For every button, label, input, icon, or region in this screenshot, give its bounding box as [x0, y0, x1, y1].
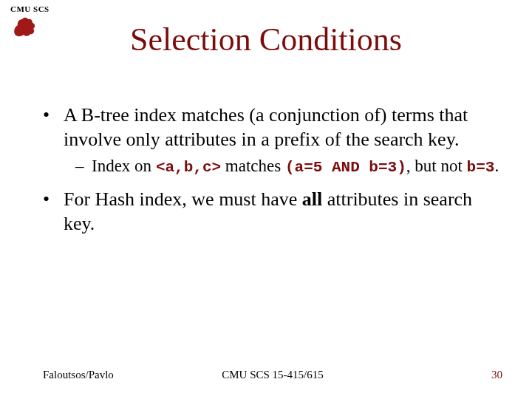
b1s-post1: , but not: [406, 157, 467, 175]
slide: CMU SCS Selection Conditions A B-tree in…: [0, 0, 532, 399]
slide-body: A B-tree index matches (a conjunction of…: [43, 103, 502, 246]
bullet-2: For Hash index, we must have all attribu…: [43, 188, 502, 236]
bullet-1-text: A B-tree index matches (a conjunction of…: [64, 104, 468, 150]
b1s-code2: (a=5 AND b=3): [285, 159, 406, 176]
org-label: CMU SCS: [10, 4, 50, 13]
slide-footer: Faloutsos/Pavlo CMU SCS 15-415/615 30: [43, 369, 502, 381]
b2-pre: For Hash index, we must have: [64, 188, 302, 210]
b1s-code3: b=3: [467, 159, 495, 176]
b1s-mid: matches: [221, 157, 285, 175]
slide-title: Selection Conditions: [0, 21, 532, 58]
footer-left: Faloutsos/Pavlo: [43, 369, 114, 381]
bullet-1: A B-tree index matches (a conjunction of…: [43, 103, 502, 177]
bullet-1-sub: Index on <a,b,c> matches (a=5 AND b=3), …: [75, 156, 502, 177]
b2-bold: all: [302, 188, 322, 210]
b1s-post2: .: [494, 157, 499, 175]
b1s-code1: <a,b,c>: [156, 159, 221, 176]
b1s-pre: Index on: [92, 157, 156, 175]
footer-page-number: 30: [491, 369, 502, 381]
